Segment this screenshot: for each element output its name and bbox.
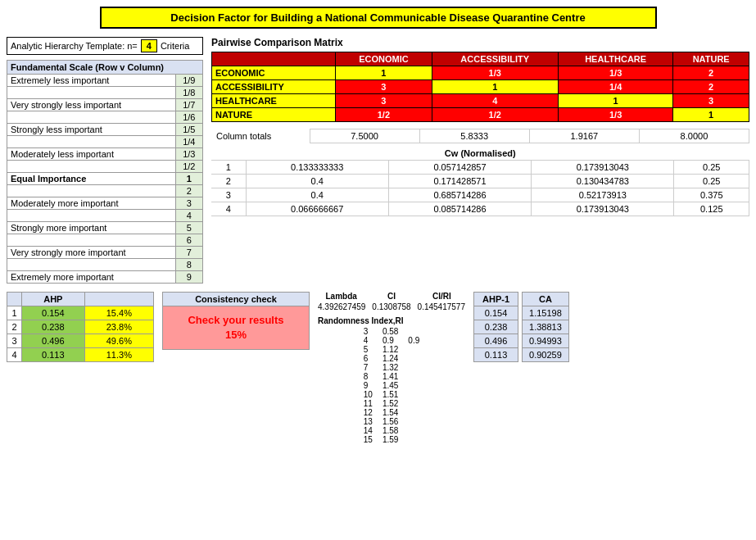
ca-value: 0.90259	[523, 348, 569, 362]
fundamental-scale-label	[7, 136, 176, 148]
title-box: Decision Factor for Building a National …	[100, 7, 657, 29]
ahp-row-num: 2	[7, 320, 22, 334]
fundamental-scale-label	[7, 161, 176, 173]
pairwise-cell: 3	[336, 80, 432, 94]
ahp-col-num	[7, 293, 22, 306]
pairwise-cell: 1/4	[558, 80, 672, 94]
fundamental-scale-value: 4	[175, 210, 202, 222]
ahp-row-num: 3	[7, 334, 22, 348]
pairwise-cell: 1	[432, 80, 558, 94]
fundamental-scale-value: 9	[175, 271, 202, 284]
pairwise-cell: 2	[673, 66, 749, 80]
ri-val: 1.32	[378, 363, 403, 372]
ahp-table-wrap: AHP 10.15415.4%20.23823.8%30.49649.6%40.…	[7, 292, 154, 362]
cw-row-num: 4	[211, 202, 246, 216]
cw-title: Cw (Normalised)	[211, 147, 749, 161]
ri-val: 1.51	[378, 390, 403, 399]
ri-val: 1.52	[378, 399, 403, 408]
cw-cell: 0.25	[674, 161, 749, 175]
ahp1-value: 0.154	[474, 306, 518, 320]
ri-n: 8	[359, 372, 378, 381]
ci-label: CI	[368, 292, 414, 301]
ri-val: 1.56	[378, 417, 403, 426]
cw-cell: 0.133333333	[246, 161, 388, 175]
column-total-value: 8.0000	[639, 129, 749, 143]
cw-cell: 0.125	[674, 202, 749, 216]
fundamental-scale-label	[7, 111, 176, 124]
fundamental-scale-value: 1/9	[175, 75, 202, 87]
cw-row-num: 1	[211, 161, 246, 175]
fundamental-scale-label	[7, 259, 176, 271]
ahp1-ca-panel: AHP-1 0.1540.2380.4960.113 CA 1.151981.3…	[473, 292, 569, 362]
fundamental-scale-label: Very strongly more important	[7, 247, 176, 259]
pairwise-cell: 1	[558, 94, 672, 108]
pairwise-row-label: ECONOMIC	[212, 66, 336, 80]
cw-cell: 0.066666667	[246, 202, 388, 216]
ri-val: 1.24	[378, 354, 403, 363]
ri-col2: 0.9	[403, 336, 424, 345]
pairwise-title: Pairwise Comparison Matrix	[211, 37, 749, 48]
fundamental-scale-label	[7, 87, 176, 99]
pairwise-col-header: ECONOMIC	[336, 52, 432, 66]
fundamental-scale-value: 1/7	[175, 99, 202, 111]
consistency-box: Consistency check Check your results 15%	[162, 292, 310, 350]
column-total-value: 1.9167	[529, 129, 639, 143]
fundamental-scale-value: 2	[175, 185, 202, 197]
cw-cell: 0.685714286	[388, 188, 531, 202]
consistency-content: Check your results 15%	[162, 306, 310, 350]
fundamental-scale-label: Strongly more important	[7, 222, 176, 234]
pairwise-row-label: NATURE	[212, 108, 336, 122]
ahp-value: 0.154	[22, 306, 85, 320]
ri-n: 14	[359, 426, 378, 435]
ri-n: 10	[359, 390, 378, 399]
pairwise-cell: 1/3	[558, 66, 672, 80]
ca-value: 1.15198	[523, 306, 569, 320]
fundamental-scale-value: 8	[175, 259, 202, 271]
pairwise-cell: 3	[673, 94, 749, 108]
fundamental-scale-value: 1/6	[175, 111, 202, 124]
ri-val: 1.54	[378, 408, 403, 417]
fundamental-scale-value: 5	[175, 222, 202, 234]
ahp1-value: 0.113	[474, 348, 518, 362]
cw-cell: 0.057142857	[388, 161, 531, 175]
fundamental-scale-value: 1/3	[175, 148, 202, 161]
ahp1-value: 0.238	[474, 320, 518, 334]
lambda-val: 4.392627459	[318, 302, 365, 311]
fundamental-scale-label: Moderately more important	[7, 197, 176, 210]
fundamental-scale-label: Equal Importance	[7, 173, 176, 185]
cw-row-num: 2	[211, 175, 246, 188]
ri-n: 12	[359, 408, 378, 417]
pairwise-corner	[212, 52, 336, 66]
lambda-panel: Lambda CI CI/RI 4.392627459 0.1308758 0.…	[318, 292, 465, 444]
fundamental-scale-value: 1/2	[175, 161, 202, 173]
ri-val: 1.41	[378, 372, 403, 381]
ahp-row-num: 1	[7, 306, 22, 320]
pairwise-cell: 4	[432, 94, 558, 108]
cw-cell: 0.173913043	[532, 202, 674, 216]
ahp1-value: 0.496	[474, 334, 518, 348]
ciri-label: CI/RI	[419, 292, 465, 301]
consistency-result: Check your results 15%	[166, 313, 306, 343]
fundamental-scale-label: Moderately less important	[7, 148, 176, 161]
fundamental-scale-value: 6	[175, 234, 202, 247]
n-value: 4	[141, 39, 157, 52]
ri-n: 15	[359, 435, 378, 444]
pairwise-cell: 2	[673, 80, 749, 94]
pairwise-row-label: HEALTHCARE	[212, 94, 336, 108]
ahp-template-row: Analytic Hierarchy Template: n= 4 Criter…	[7, 37, 203, 55]
fundamental-scale-label: Strongly less important	[7, 124, 176, 136]
cw-row-num: 3	[211, 188, 246, 202]
fundamental-scale-value: 1/5	[175, 124, 202, 136]
ri-n: 5	[359, 345, 378, 354]
ri-val: 0.58	[378, 327, 403, 336]
cw-cell: 0.173913043	[532, 161, 674, 175]
cw-table: Cw (Normalised) 10.1333333330.0571428570…	[211, 147, 749, 216]
ahp-pct: 23.8%	[84, 320, 153, 334]
ahp-pct: 11.3%	[84, 348, 153, 362]
ca-header: CA	[523, 293, 569, 306]
ahp-value: 0.496	[22, 334, 85, 348]
consistency-header: Consistency check	[162, 292, 310, 306]
cw-cell: 0.085714286	[388, 202, 531, 216]
ri-val: 1.58	[378, 426, 403, 435]
ahp-template-label: Analytic Hierarchy Template: n=	[11, 41, 138, 51]
